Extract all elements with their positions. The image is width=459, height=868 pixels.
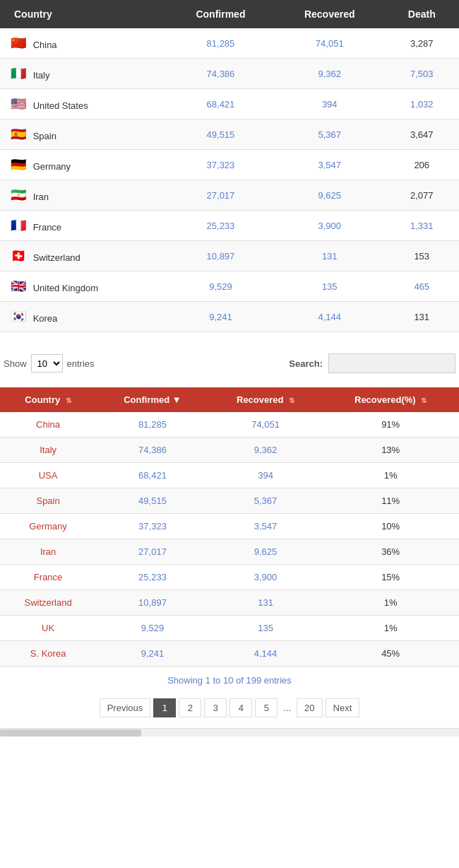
dt-recovered: 131 [209,590,323,616]
death-cell: 206 [385,150,460,180]
scrollbar-thumb[interactable] [0,729,141,737]
dt-pct: 45% [322,641,459,667]
list-item: France 25,233 3,900 15% [0,565,459,590]
pagination: Previous 1 2 3 4 5 ... 20 Next [0,691,459,728]
dt-confirmed: 37,323 [96,514,209,539]
table-controls: Show 10 25 50 entries Search: [0,346,459,380]
flag-icon: 🇬🇧 [11,279,26,293]
confirmed-cell: 49,515 [167,119,275,150]
table-row: 🇰🇷 Korea 9,241 4,144 131 [0,302,459,332]
dt-confirmed: 74,386 [96,438,209,463]
death-cell: 3,287 [385,28,460,59]
list-item: UK 9,529 135 1% [0,616,459,641]
confirmed-cell: 10,897 [167,241,275,271]
confirmed-cell: 37,323 [167,150,275,180]
top-stats-table: Country Confirmed Recovered Death 🇨🇳 Chi… [0,0,459,332]
top-header-confirmed: Confirmed [167,0,275,28]
dt-confirmed: 9,241 [96,641,209,667]
dt-recovered: 3,547 [209,514,323,539]
dt-confirmed: 27,017 [96,539,209,565]
dt-recovered: 3,900 [209,565,323,590]
confirmed-cell: 74,386 [167,59,275,89]
page-3-button[interactable]: 3 [204,698,227,717]
next-button[interactable]: Next [326,698,360,717]
dt-pct: 15% [322,565,459,590]
page-2-button[interactable]: 2 [179,698,201,717]
dt-recovered: 9,625 [209,539,323,565]
country-cell: 🇮🇷 Iran [0,180,167,211]
dt-recovered: 4,144 [209,641,323,667]
dt-recovered: 9,362 [209,438,323,463]
country-name: Iran [33,192,49,202]
search-control: Search: [289,353,455,373]
flag-icon: 🇮🇹 [11,66,26,81]
table-row: 🇩🇪 Germany 37,323 3,547 206 [0,150,459,180]
flag-icon: 🇫🇷 [11,218,26,233]
recovered-cell: 5,367 [275,119,385,150]
dt-pct: 91% [322,412,459,438]
death-cell: 131 [385,302,460,332]
dt-country: UK [0,616,96,641]
recovered-cell: 3,900 [275,211,385,241]
confirmed-cell: 81,285 [167,28,275,59]
sort-country-icon: ⇅ [66,397,71,404]
death-cell: 3,647 [385,119,460,150]
country-cell: 🇮🇹 Italy [0,59,167,89]
table-row: 🇮🇹 Italy 74,386 9,362 7,503 [0,59,459,89]
country-cell: 🇨🇭 Switzerland [0,241,167,271]
dt-country: Iran [0,539,96,565]
flag-icon: 🇰🇷 [11,310,26,324]
horizontal-scrollbar[interactable] [0,728,459,737]
death-cell: 465 [385,271,460,302]
flag-icon: 🇨🇳 [11,36,26,50]
dt-confirmed: 10,897 [96,590,209,616]
data-header-recovered-pct[interactable]: Recovered(%) ⇅ [322,387,459,412]
recovered-cell: 135 [275,271,385,302]
dt-pct: 36% [322,539,459,565]
dt-confirmed: 81,285 [96,412,209,438]
entries-select[interactable]: 10 25 50 [31,354,63,373]
table-row: 🇬🇧 United Kingdom 9,529 135 465 [0,271,459,302]
country-name: United Kingdom [33,283,99,293]
confirmed-cell: 25,233 [167,211,275,241]
dt-country: China [0,412,96,438]
sort-confirmed-icon: ▼ [172,394,181,405]
dt-recovered: 74,051 [209,412,323,438]
confirmed-cell: 9,529 [167,271,275,302]
list-item: Italy 74,386 9,362 13% [0,438,459,463]
flag-icon: 🇩🇪 [11,158,26,172]
search-input[interactable] [328,353,455,373]
list-item: Spain 49,515 5,367 11% [0,488,459,514]
page-20-button[interactable]: 20 [297,698,322,717]
table-row: 🇨🇭 Switzerland 10,897 131 153 [0,241,459,271]
country-name: France [33,222,61,233]
list-item: China 81,285 74,051 91% [0,412,459,438]
country-name: China [33,40,57,50]
death-cell: 7,503 [385,59,460,89]
data-header-country[interactable]: Country ⇅ [0,387,96,412]
show-entries-control: Show 10 25 50 entries [4,354,95,373]
country-name: Italy [33,70,50,81]
dt-pct: 10% [322,514,459,539]
data-header-recovered[interactable]: Recovered ⇅ [209,387,323,412]
data-header-confirmed[interactable]: Confirmed ▼ [96,387,209,412]
prev-button[interactable]: Previous [100,698,151,717]
country-cell: 🇰🇷 Korea [0,302,167,332]
ellipsis: ... [280,703,294,713]
flag-icon: 🇨🇭 [11,249,26,263]
dt-recovered: 5,367 [209,488,323,514]
page-1-button[interactable]: 1 [153,698,176,717]
country-name: Korea [33,313,58,324]
recovered-cell: 9,625 [275,180,385,211]
country-name: Germany [33,161,71,172]
recovered-cell: 131 [275,241,385,271]
dt-country: S. Korea [0,641,96,667]
country-cell: 🇩🇪 Germany [0,150,167,180]
page-5-button[interactable]: 5 [255,698,278,717]
dt-pct: 11% [322,488,459,514]
death-cell: 1,331 [385,211,460,241]
dt-country: Germany [0,514,96,539]
page-4-button[interactable]: 4 [230,698,252,717]
search-label: Search: [289,358,323,369]
show-label: Show [4,358,27,369]
